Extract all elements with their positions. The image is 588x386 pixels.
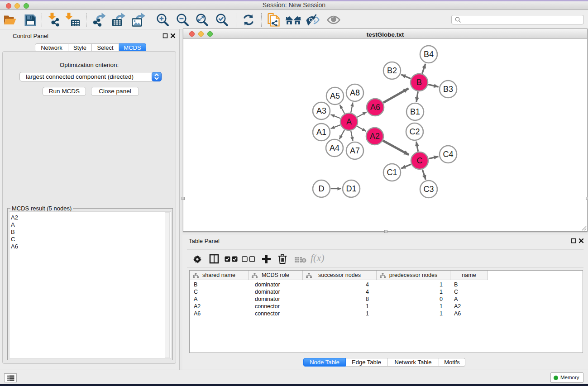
- svg-text:A8: A8: [350, 88, 360, 97]
- svg-text:B4: B4: [424, 50, 434, 59]
- svg-text:C3: C3: [423, 185, 434, 194]
- svg-text:A2: A2: [370, 132, 380, 141]
- svg-text:C1: C1: [387, 168, 397, 177]
- svg-text:D1: D1: [346, 184, 356, 193]
- svg-text:A4: A4: [330, 143, 339, 152]
- svg-text:B1: B1: [410, 107, 420, 116]
- svg-text:A1: A1: [316, 128, 326, 137]
- svg-text:A6: A6: [370, 103, 380, 112]
- svg-text:B2: B2: [387, 66, 397, 75]
- svg-text:A7: A7: [350, 146, 360, 155]
- svg-text:B3: B3: [443, 85, 453, 94]
- svg-text:B: B: [416, 78, 422, 87]
- svg-text:C2: C2: [409, 127, 420, 136]
- svg-text:D: D: [319, 184, 325, 193]
- svg-text:A3: A3: [316, 106, 326, 115]
- svg-text:C: C: [417, 156, 423, 165]
- svg-text:C4: C4: [443, 150, 453, 159]
- svg-text:A5: A5: [330, 91, 340, 100]
- svg-text:A: A: [346, 117, 352, 126]
